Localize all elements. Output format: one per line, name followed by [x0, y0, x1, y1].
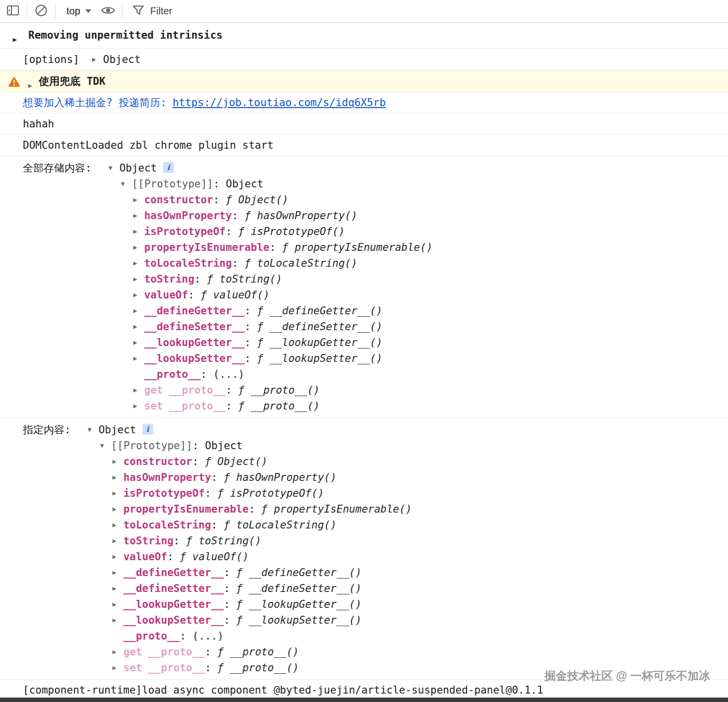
console-link[interactable]: https://job.toutiao.com/s/idq6X5rb	[173, 97, 386, 109]
object-property-row[interactable]: constructor: ƒ Object()	[113, 454, 412, 469]
expand-arrow-icon[interactable]	[113, 517, 123, 533]
object-property-row[interactable]: hasOwnProperty: ƒ hasOwnProperty()	[133, 208, 433, 224]
expand-arrow-icon[interactable]	[113, 533, 123, 549]
function-symbol: ƒ	[224, 471, 236, 483]
expand-arrow-icon[interactable]	[113, 454, 123, 469]
function-symbol: ƒ	[236, 567, 248, 579]
object-root-row[interactable]: Object	[109, 160, 433, 176]
context-selector-dropdown[interactable]: top	[60, 5, 98, 17]
expand-arrow-icon[interactable]	[113, 612, 123, 628]
expand-arrow-icon[interactable]	[113, 485, 123, 501]
expand-arrow-icon[interactable]	[133, 398, 144, 414]
function-symbol: ƒ	[186, 535, 198, 547]
expand-arrow-icon[interactable]	[133, 335, 144, 351]
expand-arrow-icon[interactable]	[92, 53, 103, 66]
function-symbol: ƒ	[207, 273, 219, 285]
collapse-arrow-icon[interactable]	[121, 176, 132, 192]
prototype-row[interactable]: [[Prototype]]: Object	[121, 176, 433, 192]
function-symbol: ƒ	[217, 487, 230, 499]
collapse-arrow-icon[interactable]	[100, 438, 111, 454]
object-property-row[interactable]: get __proto__: ƒ __proto__()	[133, 382, 433, 398]
object-root-row[interactable]: Object	[88, 422, 412, 438]
prototype-row[interactable]: [[Prototype]]: Object	[100, 438, 412, 454]
collapse-arrow-icon[interactable]	[109, 160, 120, 176]
toolbar-divider	[27, 4, 27, 18]
expand-arrow-icon[interactable]	[133, 271, 144, 287]
expand-arrow-icon[interactable]	[133, 224, 144, 239]
console-group-message[interactable]: Removing unpermitted intrinsics	[0, 23, 728, 49]
object-property-row[interactable]: valueOf: ƒ valueOf()	[133, 287, 433, 303]
chevron-down-icon	[85, 9, 91, 13]
function-symbol: ƒ	[244, 210, 257, 222]
expand-arrow-icon[interactable]	[133, 319, 144, 335]
bottom-strip	[0, 698, 728, 702]
toolbar-divider	[55, 4, 56, 18]
function-symbol: ƒ	[236, 614, 248, 626]
collapse-arrow-icon[interactable]	[88, 422, 99, 438]
function-symbol: ƒ	[200, 289, 213, 301]
object-property-row[interactable]: set __proto__: ƒ __proto__()	[113, 660, 412, 676]
expand-arrow-icon[interactable]	[133, 239, 144, 255]
object-property-row[interactable]: get __proto__: ƒ __proto__()	[113, 644, 412, 660]
function-symbol: ƒ	[261, 503, 274, 515]
object-property-row[interactable]: toLocaleString: ƒ toLocaleString()	[113, 517, 412, 533]
object-property-row[interactable]: isPrototypeOf: ƒ isPrototypeOf()	[133, 224, 433, 239]
warning-icon	[8, 76, 20, 91]
expand-arrow-icon[interactable]	[113, 644, 123, 660]
object-property-row[interactable]: isPrototypeOf: ƒ isPrototypeOf()	[113, 485, 412, 501]
live-expression-button[interactable]	[98, 2, 118, 21]
function-symbol: ƒ	[236, 583, 248, 594]
expand-arrow-icon[interactable]	[113, 549, 123, 565]
info-icon[interactable]	[142, 424, 153, 435]
expand-arrow-icon[interactable]	[133, 382, 144, 398]
expand-arrow-icon[interactable]	[113, 501, 123, 517]
object-property-row[interactable]: valueOf: ƒ valueOf()	[113, 549, 412, 565]
expand-arrow-icon[interactable]	[113, 565, 123, 581]
expand-arrow-icon[interactable]	[28, 79, 39, 92]
object-property-row[interactable]: toString: ƒ toString()	[133, 271, 433, 287]
console-sidebar-toggle-button[interactable]	[3, 2, 23, 21]
expand-arrow-icon[interactable]	[133, 208, 144, 224]
expand-arrow-icon[interactable]	[133, 287, 144, 303]
object-property-row[interactable]: constructor: ƒ Object()	[133, 192, 433, 208]
function-symbol: ƒ	[180, 551, 192, 563]
sidebar-panel-icon	[6, 4, 19, 18]
expand-arrow-icon[interactable]	[133, 192, 144, 208]
console-message-options: [options]Object	[0, 49, 728, 70]
expand-arrow-icon[interactable]	[113, 660, 123, 676]
expand-arrow-icon[interactable]	[133, 351, 144, 366]
group-message-text: Removing unpermitted intrinsics	[28, 29, 223, 41]
console-message-storage-all: 全部存储内容: Object [[Prototype]]: Object con…	[0, 156, 728, 418]
object-property-row[interactable]: set __proto__: ƒ __proto__()	[133, 398, 433, 414]
expand-arrow-icon[interactable]	[113, 596, 123, 612]
expand-arrow-icon[interactable]	[13, 33, 24, 46]
object-property-row[interactable]: propertyIsEnumerable: ƒ propertyIsEnumer…	[133, 239, 433, 255]
function-symbol: ƒ	[205, 456, 217, 468]
function-symbol: ƒ	[217, 646, 230, 658]
object-property-row[interactable]: __proto__: ƒ (...)	[113, 628, 412, 644]
expand-arrow-icon[interactable]	[113, 469, 123, 485]
object-property-row[interactable]: __lookupGetter__: ƒ __lookupGetter__()	[113, 596, 412, 612]
info-icon[interactable]	[163, 162, 174, 173]
object-property-row[interactable]: __defineSetter__: ƒ __defineSetter__()	[133, 319, 433, 335]
object-property-row[interactable]: __defineSetter__: ƒ __defineSetter__()	[113, 581, 412, 596]
object-property-row[interactable]: toString: ƒ toString()	[113, 533, 412, 549]
clear-console-button[interactable]	[31, 2, 51, 21]
console-warning-message[interactable]: 使用兜底 TDK	[0, 70, 728, 92]
object-property-row[interactable]: hasOwnProperty: ƒ hasOwnProperty()	[113, 469, 412, 485]
filter-input[interactable]	[150, 5, 259, 17]
object-preview[interactable]: Object	[92, 54, 141, 65]
object-property-row[interactable]: __proto__: ƒ (...)	[133, 366, 433, 382]
prototype-properties: constructor: ƒ Object() hasOwnProperty: …	[121, 192, 433, 414]
object-property-row[interactable]: propertyIsEnumerable: ƒ propertyIsEnumer…	[113, 501, 412, 517]
object-property-row[interactable]: __lookupSetter__: ƒ __lookupSetter__()	[133, 351, 433, 366]
expand-arrow-icon[interactable]	[133, 303, 144, 319]
object-property-row[interactable]: __defineGetter__: ƒ __defineGetter__()	[133, 303, 433, 319]
object-property-row[interactable]: __lookupGetter__: ƒ __lookupGetter__()	[133, 335, 433, 351]
object-property-row[interactable]: __defineGetter__: ƒ __defineGetter__()	[113, 565, 412, 581]
object-property-row[interactable]: toLocaleString: ƒ toLocaleString()	[133, 255, 433, 271]
expand-arrow-icon[interactable]	[113, 581, 123, 596]
object-property-row[interactable]: __lookupSetter__: ƒ __lookupSetter__()	[113, 612, 412, 628]
expand-arrow-icon[interactable]	[133, 255, 144, 271]
object-preview-label: Object	[103, 54, 141, 65]
